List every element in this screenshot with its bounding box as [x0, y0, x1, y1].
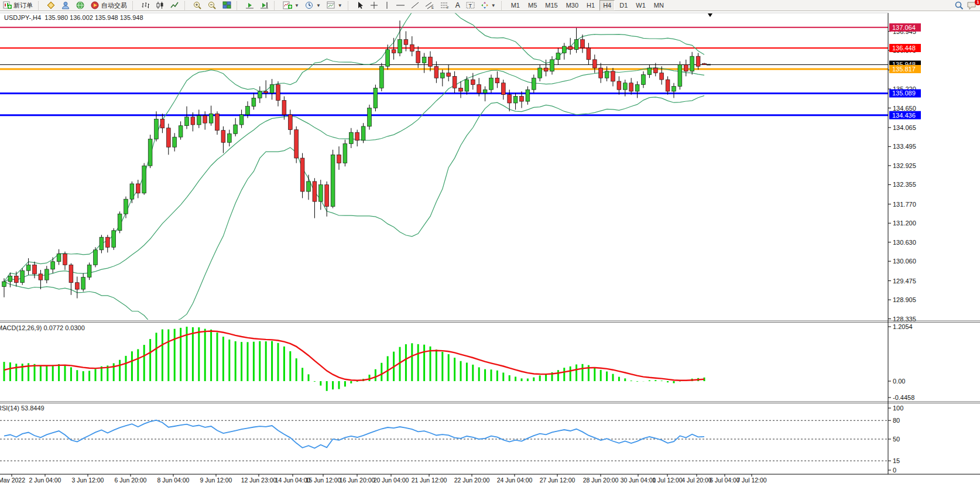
new-order-button[interactable]: 新订单 [0, 0, 36, 11]
svg-text:131.770: 131.770 [893, 201, 916, 208]
zoom-out-button[interactable] [205, 0, 220, 11]
chart-window[interactable]: 136.945136.375135.790135.220134.650134.0… [0, 11, 980, 483]
vertical-line-icon [384, 1, 390, 9]
vertical-line-tool-button[interactable] [381, 0, 393, 11]
line-chart-button[interactable] [167, 0, 182, 11]
clock-icon [305, 1, 314, 9]
chart-shift-icon [260, 1, 269, 9]
fibonacci-tool-button[interactable]: F [437, 0, 453, 11]
svg-text:131.200: 131.200 [893, 220, 916, 227]
svg-text:130.060: 130.060 [893, 258, 916, 265]
periods-button[interactable]: ▼ [302, 0, 324, 11]
cursor-tool-button[interactable] [354, 0, 367, 11]
macd-indicator-label: MACD(12,26,9) 0.0772 0.0300 [0, 324, 85, 331]
profile-icon [61, 1, 70, 9]
trendline-tool-button[interactable] [408, 0, 422, 11]
svg-text:22 Jun 20:00: 22 Jun 20:00 [454, 477, 490, 483]
arrows-icon [481, 1, 489, 9]
trendline-icon [411, 1, 419, 9]
main-toolbar: 新订单 自动交易 [0, 0, 980, 11]
tab-timeframe-MN[interactable]: MN [650, 0, 667, 11]
svg-text:E: E [431, 6, 434, 9]
tab-timeframe-M5[interactable]: M5 [525, 0, 540, 11]
svg-text:21 Jun 12:00: 21 Jun 12:00 [412, 477, 447, 483]
svg-text:2 Jun 04:00: 2 Jun 04:00 [29, 477, 61, 483]
chevron-down-icon: ▼ [491, 3, 496, 8]
tile-windows-button[interactable] [220, 0, 234, 11]
search-icon[interactable] [955, 1, 964, 10]
svg-text:24 Jun 04:00: 24 Jun 04:00 [497, 477, 533, 483]
svg-text:134.650: 134.650 [893, 105, 916, 112]
toolbar-separator [38, 1, 42, 10]
auto-scroll-button[interactable] [242, 0, 257, 11]
svg-text:134.436: 134.436 [892, 112, 916, 119]
new-order-label: 新订单 [13, 1, 33, 10]
chart-shift-button[interactable] [257, 0, 272, 11]
tab-timeframe-M1[interactable]: M1 [508, 0, 523, 11]
chevron-down-icon: ▼ [338, 3, 342, 8]
text-tool-button[interactable]: A [453, 0, 463, 11]
data-window-button[interactable] [59, 0, 73, 11]
svg-text:128.905: 128.905 [893, 296, 916, 303]
svg-text:0.00: 0.00 [893, 378, 905, 385]
market-watch-button[interactable] [44, 0, 59, 11]
channel-tool-button[interactable]: E [422, 0, 437, 11]
svg-text:30 Jun 04:00: 30 Jun 04:00 [621, 477, 656, 483]
svg-text:9 Jun 12:00: 9 Jun 12:00 [200, 477, 232, 483]
tab-timeframe-D1[interactable]: D1 [616, 0, 631, 11]
bar-chart-button[interactable] [138, 0, 153, 11]
horizontal-line-tool-button[interactable] [393, 0, 408, 11]
templates-button[interactable]: ▼ [324, 0, 345, 11]
svg-text:135.089: 135.089 [892, 90, 916, 97]
chevron-down-icon: ▼ [294, 3, 299, 8]
arrows-tool-button[interactable]: ▼ [478, 0, 499, 11]
toolbar-separator [184, 1, 189, 10]
candlestick-chart-icon [156, 1, 165, 9]
tile-windows-icon [222, 1, 231, 9]
fibonacci-icon: F [440, 1, 450, 9]
cursor-icon [357, 1, 364, 9]
new-order-icon [3, 1, 12, 9]
chart-ohlc-title: USDJPY-,H4 135.980 136.002 135.948 135.9… [4, 14, 143, 21]
autotrade-button[interactable]: 自动交易 [88, 0, 130, 11]
svg-text:7 Jul 12:00: 7 Jul 12:00 [736, 477, 767, 483]
tab-timeframe-M30[interactable]: M30 [563, 0, 582, 11]
chart-canvas[interactable]: 136.945136.375135.790135.220134.650134.0… [0, 11, 980, 483]
tab-timeframe-H1[interactable]: H1 [583, 0, 598, 11]
svg-text:100: 100 [893, 405, 903, 412]
svg-text:0: 0 [893, 467, 896, 474]
globe-icon [76, 1, 85, 9]
autotrade-label: 自动交易 [101, 1, 127, 10]
tab-timeframe-H4[interactable]: H4 [599, 0, 615, 11]
toolbar-separator [501, 1, 505, 10]
svg-text:128.335: 128.335 [893, 316, 916, 323]
text-a-icon: A [455, 1, 460, 9]
indicators-button[interactable]: ▼ [280, 0, 302, 11]
svg-text:6 Jul 04:00: 6 Jul 04:00 [710, 477, 740, 483]
svg-text:20 Jun 04:00: 20 Jun 04:00 [374, 477, 409, 483]
candlestick-chart-button[interactable] [153, 0, 167, 11]
crosshair-tool-button[interactable] [367, 0, 381, 11]
svg-text:1.2054: 1.2054 [893, 323, 913, 330]
toolbar-separator [274, 1, 278, 10]
crosshair-icon [370, 1, 378, 9]
horizontal-line-icon [396, 1, 405, 9]
text-label-icon: T [466, 1, 475, 9]
zoom-in-button[interactable] [190, 0, 205, 11]
tab-timeframe-M15[interactable]: M15 [542, 0, 561, 11]
svg-text:129.475: 129.475 [893, 278, 916, 285]
svg-text:27 Jun 12:00: 27 Jun 12:00 [540, 477, 575, 483]
tab-timeframe-W1[interactable]: W1 [632, 0, 649, 11]
notifications-button[interactable]: 1 [967, 1, 978, 10]
autotrade-icon [91, 1, 100, 9]
svg-text:135.817: 135.817 [892, 66, 916, 73]
indicators-icon [283, 1, 292, 9]
navigator-button[interactable] [73, 0, 88, 11]
svg-text:F: F [447, 6, 449, 9]
text-label-tool-button[interactable]: T [463, 0, 478, 11]
rsi-indicator-label: RSI(14) 53.8449 [0, 405, 44, 412]
toolbar-separator [348, 1, 352, 10]
svg-text:-0.4458: -0.4458 [893, 394, 914, 401]
svg-text:132.925: 132.925 [893, 162, 916, 169]
svg-text:May 2022: May 2022 [0, 477, 25, 483]
